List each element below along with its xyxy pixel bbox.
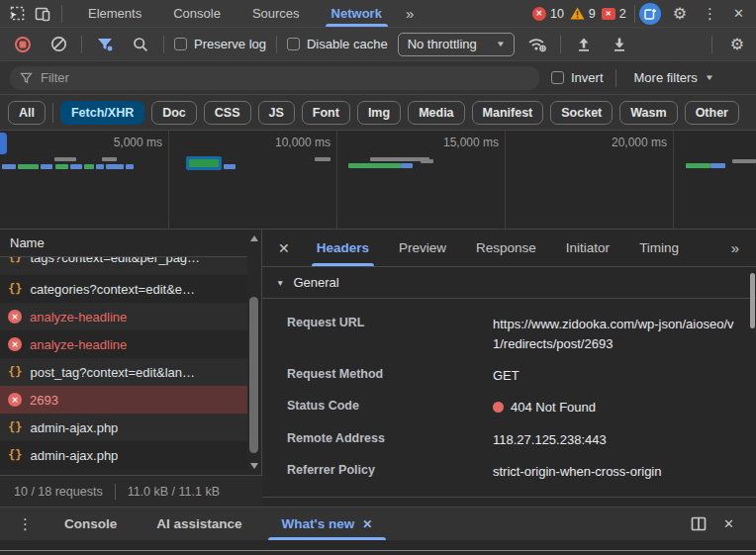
record-network-log-button[interactable]: [10, 33, 36, 56]
more-filters-button[interactable]: More filters ▼: [634, 70, 713, 85]
throttling-dropdown[interactable]: No throttling ▼: [398, 33, 515, 56]
clear-network-log-icon[interactable]: [46, 33, 71, 56]
name-column-header[interactable]: Name: [0, 230, 261, 257]
timeline-tick-label: 15,000 ms: [416, 136, 499, 149]
more-panels-button[interactable]: »: [398, 5, 421, 22]
timeline-tick-label: 10,000 ms: [247, 136, 331, 149]
chip-all[interactable]: All: [8, 101, 46, 125]
tab-timing[interactable]: Timing: [624, 230, 694, 266]
square-plus-icon[interactable]: [639, 3, 661, 25]
response-headers-section-header[interactable]: ▼ Response Headers: [262, 497, 756, 507]
request-method-row: Request Method GET: [262, 360, 756, 392]
request-row[interactable]: {} tags?context=edit&per_pag…: [0, 257, 261, 275]
timeline-gridline: [673, 131, 674, 229]
scroll-down-icon[interactable]: [250, 463, 258, 469]
tab-elements[interactable]: Elements: [72, 0, 157, 27]
waterfall-bar: [224, 164, 236, 169]
waterfall-bar: [106, 164, 124, 169]
divider: [61, 5, 62, 23]
divider: [276, 36, 277, 53]
chip-other[interactable]: Other: [685, 101, 739, 125]
request-url-row: Request URL https://www.zidooka.com/wp-j…: [262, 309, 756, 360]
request-type-chips: All Fetch/XHR Doc CSS JS Font Img Media …: [0, 95, 756, 131]
network-main-area: Name {} tags?context=edit&per_pag… {} ca…: [0, 230, 756, 507]
export-har-icon[interactable]: [607, 33, 632, 56]
tab-headers[interactable]: Headers: [302, 230, 384, 266]
referrer-policy-row: Referrer Policy strict-origin-when-cross…: [262, 456, 756, 488]
network-filter-row: Invert More filters ▼: [0, 61, 756, 95]
drawer-tab-console[interactable]: Console: [45, 508, 137, 540]
request-row-selected[interactable]: ✕ 2693: [0, 386, 261, 414]
close-details-icon[interactable]: ✕: [270, 240, 302, 256]
settings-gear-icon[interactable]: ⚙: [665, 4, 695, 23]
details-scrollbar-thumb[interactable]: [750, 273, 755, 328]
chevron-down-icon: ▼: [705, 73, 714, 82]
request-row[interactable]: {} admin-ajax.php: [0, 441, 261, 469]
tab-sources[interactable]: Sources: [236, 0, 316, 27]
overview-left-handle[interactable]: [0, 133, 7, 154]
disable-cache-checkbox[interactable]: Disable cache: [287, 37, 388, 51]
request-url-value: https://www.zidooka.com/wp-json/aioseo/v…: [493, 315, 742, 354]
preserve-log-checkbox[interactable]: Preserve log: [174, 37, 266, 51]
request-row[interactable]: {} post_tag?context=edit&lan…: [0, 358, 261, 386]
chip-manifest[interactable]: Manifest: [472, 101, 544, 125]
devtools-top-bar: Elements Console Sources Network » ✕ 10: [0, 0, 756, 28]
more-detail-tabs-button[interactable]: »: [731, 239, 748, 256]
issues-badge[interactable]: ✕ 2: [602, 7, 626, 21]
error-count: 10: [550, 7, 564, 21]
chip-img[interactable]: Img: [357, 101, 401, 125]
network-overview-timeline[interactable]: 5,000 ms10,000 ms15,000 ms20,000 ms: [0, 131, 756, 230]
close-drawer-icon[interactable]: ✕: [715, 516, 742, 531]
close-tab-icon[interactable]: ✕: [362, 517, 372, 531]
error-icon: ✕: [8, 337, 22, 351]
tab-response[interactable]: Response: [461, 230, 551, 266]
chip-socket[interactable]: Socket: [550, 101, 613, 125]
request-method-value: GET: [493, 366, 742, 386]
drawer-tab-whats-new[interactable]: What's new ✕: [262, 508, 393, 540]
tab-console[interactable]: Console: [157, 0, 236, 27]
chip-media[interactable]: Media: [408, 101, 464, 125]
waterfall-bar: [126, 164, 134, 169]
request-list-panel: Name {} tags?context=edit&per_pag… {} ca…: [0, 230, 262, 507]
errors-badge[interactable]: ✕ 10: [532, 7, 564, 21]
drawer-tab-bar: ⋮ Console AI assistance What's new ✕: [0, 507, 756, 540]
waterfall-bar: [18, 164, 39, 169]
warnings-badge[interactable]: 9: [570, 7, 596, 21]
tab-network[interactable]: Network: [316, 0, 398, 27]
waterfall-bar: [2, 164, 16, 169]
network-settings-gear-icon[interactable]: ⚙: [722, 35, 746, 53]
chip-fetch-xhr[interactable]: Fetch/XHR: [60, 101, 144, 125]
chip-wasm[interactable]: Wasm: [619, 101, 677, 125]
chip-doc[interactable]: Doc: [151, 101, 197, 125]
scroll-up-icon[interactable]: [250, 235, 258, 241]
request-row[interactable]: {} categories?context=edit&e…: [0, 275, 261, 303]
import-har-icon[interactable]: [571, 33, 597, 56]
tab-preview[interactable]: Preview: [384, 230, 461, 266]
request-list-scrollbar[interactable]: [247, 231, 261, 473]
tab-initiator[interactable]: Initiator: [551, 230, 624, 266]
invert-checkbox[interactable]: Invert: [551, 70, 604, 85]
search-icon[interactable]: [128, 33, 153, 56]
scrollbar-thumb[interactable]: [249, 297, 258, 453]
network-conditions-icon[interactable]: [524, 33, 550, 56]
timeline-gridline: [336, 131, 337, 229]
request-row[interactable]: ✕ analyze-headline: [0, 303, 261, 330]
inspect-element-icon[interactable]: [4, 2, 30, 26]
drawer-kebab-menu-icon[interactable]: ⋮: [6, 515, 45, 533]
request-row[interactable]: ✕ analyze-headline: [0, 330, 261, 358]
chip-font[interactable]: Font: [302, 101, 350, 125]
filter-input[interactable]: [41, 70, 529, 85]
kebab-menu-icon[interactable]: ⋮: [695, 5, 725, 23]
filter-funnel-icon[interactable]: [92, 33, 118, 56]
close-devtools-icon[interactable]: ✕: [725, 6, 752, 21]
split-panel-icon[interactable]: [686, 512, 711, 536]
request-row[interactable]: {} admin-ajax.php: [0, 414, 261, 441]
filter-input-container[interactable]: [10, 66, 539, 90]
chip-js[interactable]: JS: [258, 101, 295, 125]
drawer-tab-ai-assistance[interactable]: AI assistance: [137, 508, 261, 540]
status-code-row: Status Code 404 Not Found: [262, 392, 756, 423]
request-rows: {} tags?context=edit&per_pag… {} categor…: [0, 257, 261, 469]
general-section-header[interactable]: ▼ General: [262, 267, 756, 299]
chip-css[interactable]: CSS: [204, 101, 251, 125]
device-toolbar-icon[interactable]: [30, 2, 55, 26]
